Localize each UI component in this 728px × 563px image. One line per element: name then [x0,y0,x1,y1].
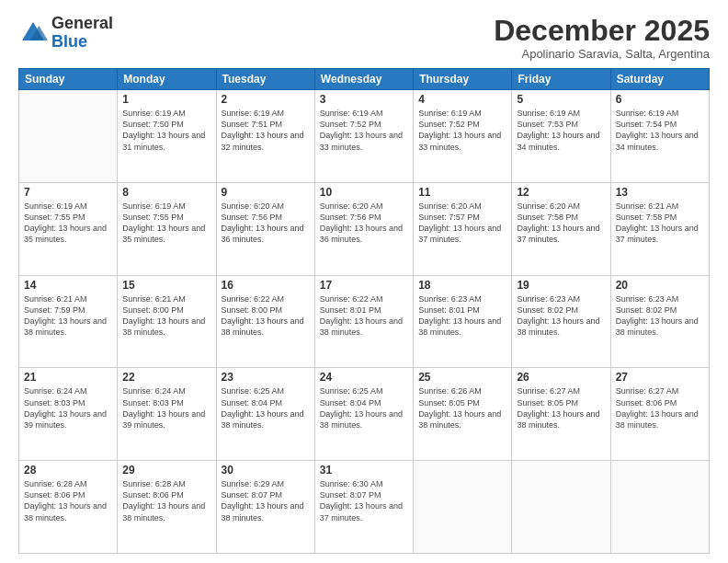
day-info: Sunrise: 6:19 AM Sunset: 7:53 PM Dayligh… [517,108,605,153]
day-info: Sunrise: 6:19 AM Sunset: 7:50 PM Dayligh… [122,108,210,153]
calendar-cell: 3Sunrise: 6:19 AM Sunset: 7:52 PM Daylig… [314,90,413,183]
calendar-cell: 26Sunrise: 6:27 AM Sunset: 8:05 PM Dayli… [512,368,610,461]
calendar-cell: 24Sunrise: 6:25 AM Sunset: 8:04 PM Dayli… [314,368,413,461]
title-block: December 2025 Apolinario Saravia, Salta,… [494,15,710,61]
page: General Blue December 2025 Apolinario Sa… [0,0,728,563]
logo-text: General Blue [51,15,113,52]
logo-blue: Blue [51,32,87,51]
day-number: 19 [517,279,605,292]
week-row-5: 28Sunrise: 6:28 AM Sunset: 8:06 PM Dayli… [19,461,710,554]
day-info: Sunrise: 6:20 AM Sunset: 7:56 PM Dayligh… [320,201,408,246]
calendar-cell: 11Sunrise: 6:20 AM Sunset: 7:57 PM Dayli… [414,182,512,275]
day-info: Sunrise: 6:19 AM Sunset: 7:54 PM Dayligh… [616,108,704,153]
header-thursday: Thursday [414,69,512,90]
day-number: 2 [222,93,310,106]
day-info: Sunrise: 6:24 AM Sunset: 8:03 PM Dayligh… [24,385,112,431]
day-number: 17 [320,279,408,292]
calendar-cell: 18Sunrise: 6:23 AM Sunset: 8:01 PM Dayli… [414,275,512,368]
day-info: Sunrise: 6:23 AM Sunset: 8:02 PM Dayligh… [517,293,605,339]
day-number: 3 [320,93,408,106]
day-info: Sunrise: 6:21 AM Sunset: 7:59 PM Dayligh… [24,293,112,339]
day-number: 27 [616,371,704,384]
calendar-cell: 28Sunrise: 6:28 AM Sunset: 8:06 PM Dayli… [19,461,118,554]
header-friday: Friday [512,69,610,90]
calendar-cell [512,461,610,554]
day-info: Sunrise: 6:28 AM Sunset: 8:06 PM Dayligh… [24,478,112,523]
day-info: Sunrise: 6:22 AM Sunset: 8:01 PM Dayligh… [320,293,408,339]
day-number: 16 [222,279,310,292]
day-number: 8 [122,186,210,199]
week-row-1: 1Sunrise: 6:19 AM Sunset: 7:50 PM Daylig… [19,90,710,183]
header-tuesday: Tuesday [216,69,314,90]
logo: General Blue [18,15,113,52]
calendar-cell: 15Sunrise: 6:21 AM Sunset: 8:00 PM Dayli… [118,275,216,368]
day-info: Sunrise: 6:29 AM Sunset: 8:07 PM Dayligh… [222,478,310,523]
day-number: 15 [122,279,210,292]
day-info: Sunrise: 6:27 AM Sunset: 8:06 PM Dayligh… [616,385,704,431]
calendar-cell: 9Sunrise: 6:20 AM Sunset: 7:56 PM Daylig… [216,182,314,275]
header-saturday: Saturday [610,69,709,90]
day-info: Sunrise: 6:23 AM Sunset: 8:02 PM Dayligh… [616,293,704,339]
calendar-cell: 14Sunrise: 6:21 AM Sunset: 7:59 PM Dayli… [19,275,118,368]
day-info: Sunrise: 6:20 AM Sunset: 7:57 PM Dayligh… [418,201,506,246]
month-title: December 2025 [494,15,710,47]
day-number: 4 [418,93,506,106]
calendar-cell: 30Sunrise: 6:29 AM Sunset: 8:07 PM Dayli… [216,461,314,554]
calendar-cell: 2Sunrise: 6:19 AM Sunset: 7:51 PM Daylig… [216,90,314,183]
header-wednesday: Wednesday [314,69,413,90]
calendar-cell: 25Sunrise: 6:26 AM Sunset: 8:05 PM Dayli… [414,368,512,461]
day-number: 26 [517,371,605,384]
calendar-cell: 20Sunrise: 6:23 AM Sunset: 8:02 PM Dayli… [610,275,709,368]
calendar-cell [610,461,709,554]
day-number: 21 [24,371,112,384]
logo-icon [18,18,48,48]
day-info: Sunrise: 6:22 AM Sunset: 8:00 PM Dayligh… [222,293,310,339]
day-number: 6 [616,93,704,106]
calendar-cell: 12Sunrise: 6:20 AM Sunset: 7:58 PM Dayli… [512,182,610,275]
calendar-cell: 29Sunrise: 6:28 AM Sunset: 8:06 PM Dayli… [118,461,216,554]
location-subtitle: Apolinario Saravia, Salta, Argentina [494,47,710,61]
day-info: Sunrise: 6:19 AM Sunset: 7:52 PM Dayligh… [418,108,506,153]
day-number: 10 [320,186,408,199]
header-sunday: Sunday [19,69,118,90]
day-number: 25 [418,371,506,384]
day-number: 13 [616,186,704,199]
day-info: Sunrise: 6:19 AM Sunset: 7:52 PM Dayligh… [320,108,408,153]
day-number: 23 [222,371,310,384]
day-info: Sunrise: 6:25 AM Sunset: 8:04 PM Dayligh… [320,385,408,431]
day-info: Sunrise: 6:30 AM Sunset: 8:07 PM Dayligh… [320,478,408,523]
calendar-cell: 4Sunrise: 6:19 AM Sunset: 7:52 PM Daylig… [414,90,512,183]
day-info: Sunrise: 6:28 AM Sunset: 8:06 PM Dayligh… [122,478,210,523]
day-number: 5 [517,93,605,106]
day-info: Sunrise: 6:21 AM Sunset: 7:58 PM Dayligh… [616,201,704,246]
calendar-cell: 19Sunrise: 6:23 AM Sunset: 8:02 PM Dayli… [512,275,610,368]
calendar-header-row: Sunday Monday Tuesday Wednesday Thursday… [19,69,710,90]
calendar-cell: 1Sunrise: 6:19 AM Sunset: 7:50 PM Daylig… [118,90,216,183]
day-number: 12 [517,186,605,199]
calendar-cell: 17Sunrise: 6:22 AM Sunset: 8:01 PM Dayli… [314,275,413,368]
calendar-cell: 10Sunrise: 6:20 AM Sunset: 7:56 PM Dayli… [314,182,413,275]
day-info: Sunrise: 6:19 AM Sunset: 7:51 PM Dayligh… [222,108,310,153]
day-number: 31 [320,464,408,477]
day-number: 28 [24,464,112,477]
day-number: 18 [418,279,506,292]
calendar-cell: 21Sunrise: 6:24 AM Sunset: 8:03 PM Dayli… [19,368,118,461]
day-info: Sunrise: 6:25 AM Sunset: 8:04 PM Dayligh… [222,385,310,431]
day-info: Sunrise: 6:23 AM Sunset: 8:01 PM Dayligh… [418,293,506,339]
day-number: 11 [418,186,506,199]
calendar-cell: 13Sunrise: 6:21 AM Sunset: 7:58 PM Dayli… [610,182,709,275]
day-info: Sunrise: 6:20 AM Sunset: 7:58 PM Dayligh… [517,201,605,246]
day-info: Sunrise: 6:19 AM Sunset: 7:55 PM Dayligh… [122,201,210,246]
day-number: 1 [122,93,210,106]
day-number: 30 [222,464,310,477]
day-number: 14 [24,279,112,292]
calendar-table: Sunday Monday Tuesday Wednesday Thursday… [18,68,710,554]
calendar-cell: 8Sunrise: 6:19 AM Sunset: 7:55 PM Daylig… [118,182,216,275]
header-monday: Monday [118,69,216,90]
week-row-4: 21Sunrise: 6:24 AM Sunset: 8:03 PM Dayli… [19,368,710,461]
day-info: Sunrise: 6:27 AM Sunset: 8:05 PM Dayligh… [517,385,605,431]
header: General Blue December 2025 Apolinario Sa… [18,15,710,61]
day-info: Sunrise: 6:26 AM Sunset: 8:05 PM Dayligh… [418,385,506,431]
day-number: 22 [122,371,210,384]
day-info: Sunrise: 6:24 AM Sunset: 8:03 PM Dayligh… [122,385,210,431]
